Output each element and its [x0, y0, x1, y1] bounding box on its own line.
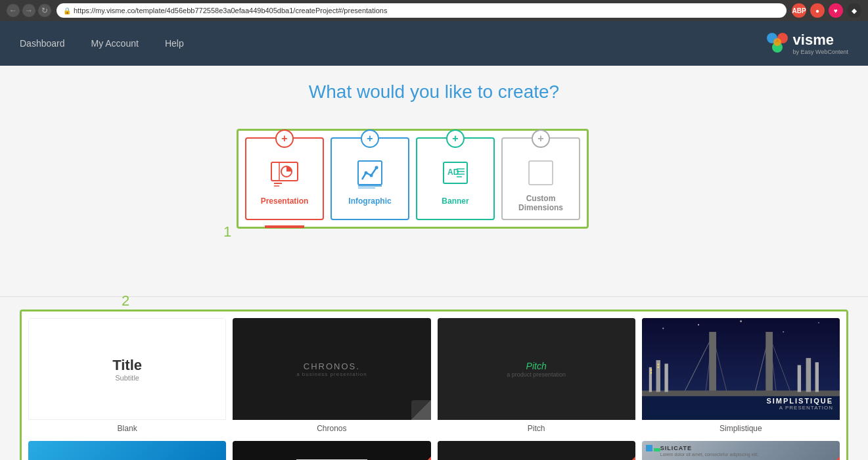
svg-rect-43 — [815, 362, 818, 392]
svg-point-26 — [783, 331, 784, 333]
svg-rect-38 — [649, 367, 652, 392]
simplistique-overlay: SIMPLISTIQUE A PRESENTATION — [766, 397, 833, 411]
svg-rect-35 — [765, 332, 773, 396]
blank-thumb-content: Title Subtitle — [112, 357, 142, 382]
pitch-sub: a product presentation — [507, 371, 566, 378]
type-card-blank[interactable]: + Custom Dimensions — [501, 137, 580, 220]
type-label-blank-custom: Custom — [518, 194, 563, 203]
type-selector-wrapper: + Presentation — [237, 129, 589, 229]
chronos-title: CHRONOS. — [304, 361, 360, 371]
reload-button[interactable]: ↻ — [38, 4, 51, 17]
silicate-sub: Lorem dolor sit amet, consectetur adipis… — [660, 451, 759, 457]
visme-logo: visme by Easy WebContent — [765, 32, 848, 55]
type-selector: + Presentation — [245, 137, 580, 220]
svg-rect-34 — [709, 332, 716, 396]
svg-point-10 — [365, 172, 368, 175]
main-content: What would you like to create? 1 + — [0, 66, 868, 460]
template-pitch[interactable]: Pitch a product presentation Pitch — [438, 318, 635, 436]
scripted-thumb: Scripted — [438, 441, 635, 460]
silicate-content: SILICATE Lorem dolor sit amet, consectet… — [660, 445, 759, 457]
template-silicate[interactable]: SILICATE Lorem dolor sit amet, consectet… — [642, 441, 840, 460]
blank-icon — [524, 156, 558, 190]
nav-dashboard[interactable]: Dashboard — [20, 38, 65, 49]
browser-chrome: ← → ↻ 🔒 https://my.visme.co/template/4d5… — [0, 0, 868, 21]
type-card-infographic[interactable]: + Infographic — [331, 137, 409, 220]
type-label-blank-dimensions: Dimensions — [518, 203, 563, 212]
svg-rect-45 — [651, 372, 652, 373]
page-title: What would you like to create? — [0, 66, 868, 113]
lock-icon: 🔒 — [63, 7, 71, 14]
pitch-thumb: Pitch a product presentation — [438, 318, 635, 420]
chronos-sub: a business presentation — [296, 371, 367, 377]
address-bar[interactable]: 🔒 https://my.visme.co/template/4d56ebb77… — [57, 3, 787, 18]
presentation-icon — [267, 156, 302, 193]
terminal-thumb: [ TERMINAL ] — [233, 441, 430, 460]
silicate-sq2 — [654, 448, 660, 451]
back-button[interactable]: ← — [7, 4, 20, 17]
template-row-1: Title Subtitle Blank CHRONOS. a business… — [28, 318, 840, 436]
template-blank[interactable]: Title Subtitle Blank — [28, 318, 226, 436]
svg-point-25 — [740, 321, 742, 323]
svg-rect-42 — [806, 358, 811, 392]
svg-rect-46 — [657, 363, 658, 365]
svg-rect-44 — [651, 369, 652, 371]
ext2-icon[interactable]: ● — [810, 3, 825, 18]
logo-text-block: visme by Easy WebContent — [793, 32, 848, 55]
premium-ribbon-terminal — [393, 451, 431, 460]
template-chronos-name: Chronos — [233, 420, 430, 436]
blank-sub-text: Subtitle — [112, 374, 142, 382]
scripted-text: Scripted — [510, 457, 562, 460]
simplistique-title-text: SIMPLISTIQUE — [766, 397, 833, 405]
active-tab-underline — [265, 225, 304, 228]
svg-rect-40 — [664, 363, 668, 392]
silicate-title: SILICATE — [660, 445, 759, 451]
silicate-logo — [646, 445, 660, 451]
nav-help[interactable]: Help — [165, 38, 184, 49]
blank-thumb: Title Subtitle — [28, 318, 226, 420]
type-card-banner[interactable]: + AD Banner — [416, 137, 495, 220]
header-nav: Dashboard My Account Help — [20, 38, 184, 49]
silicate-sq1 — [646, 445, 652, 451]
abp-extension[interactable]: ABP — [792, 3, 806, 18]
forward-button[interactable]: → — [22, 4, 35, 17]
premium-ribbon-silicate — [802, 451, 840, 460]
template-pitch-name: Pitch — [438, 420, 635, 436]
plus-infographic: + — [361, 129, 379, 148]
svg-rect-21 — [529, 161, 553, 185]
browser-extensions: ABP ● ♥ ◆ — [792, 3, 861, 18]
type-label-presentation: Presentation — [261, 196, 309, 206]
logo-subtitle: by Easy WebContent — [793, 49, 848, 55]
svg-rect-4 — [271, 162, 298, 181]
template-gallery-wrapper: Title Subtitle Blank CHRONOS. a business… — [20, 310, 848, 460]
plus-presentation: + — [275, 129, 294, 148]
template-chronos[interactable]: CHRONOS. a business presentation Chronos — [233, 318, 430, 436]
blank-title-text: Title — [112, 357, 142, 374]
url-text: https://my.visme.co/template/4d56ebb7725… — [74, 7, 387, 14]
template-terminal[interactable]: [ TERMINAL ] — [233, 441, 430, 460]
template-row-2: STRATAGEM A Business Presentation [ TERM… — [28, 441, 840, 460]
logo-name: visme — [793, 32, 834, 48]
chronos-thumb: CHRONOS. a business presentation — [233, 318, 430, 420]
step2-label: 2 — [122, 292, 129, 310]
visme-logo-icon — [765, 32, 789, 55]
svg-point-27 — [818, 322, 819, 323]
svg-point-23 — [662, 328, 664, 329]
template-simplistique[interactable]: SIMPLISTIQUE A PRESENTATION Simplistique — [642, 318, 840, 436]
banner-icon: AD — [438, 156, 472, 193]
type-label-infographic: Infographic — [348, 196, 391, 206]
svg-point-24 — [698, 324, 699, 325]
ext3-icon[interactable]: ♥ — [829, 3, 843, 18]
type-card-presentation[interactable]: + Presentation — [245, 137, 324, 220]
plus-blank: + — [532, 129, 550, 148]
svg-point-3 — [773, 38, 781, 46]
nav-my-account[interactable]: My Account — [91, 38, 139, 49]
simplistique-sub: A PRESENTATION — [766, 405, 833, 411]
infographic-icon — [353, 156, 387, 193]
template-simplistique-name: Simplistique — [642, 420, 840, 436]
template-stratagem[interactable]: STRATAGEM A Business Presentation — [28, 441, 226, 460]
template-blank-name: Blank — [28, 420, 226, 436]
ext4-icon[interactable]: ◆ — [847, 3, 861, 18]
template-scripted[interactable]: Scripted — [438, 441, 635, 460]
pitch-title: Pitch — [526, 361, 547, 371]
section-divider — [0, 296, 868, 297]
